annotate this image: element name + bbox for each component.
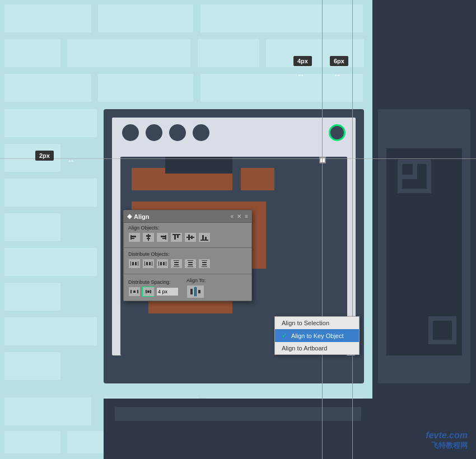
measure-label-2px: 2px: [35, 151, 54, 161]
align-right-btn[interactable]: [156, 232, 169, 242]
dark-bottom: [104, 399, 372, 459]
svg-rect-40: [202, 262, 207, 263]
watermark-chinese: 飞特教程网: [426, 441, 468, 451]
spacing-input-wrap: 4 px: [156, 287, 179, 297]
svg-rect-2: [132, 238, 134, 239]
svg-rect-38: [202, 260, 207, 261]
tile-l3: [4, 179, 97, 207]
tile-l5: [4, 248, 97, 276]
align-to-selection-item[interactable]: Align to Selection: [275, 317, 359, 329]
svg-rect-30: [174, 260, 179, 261]
dist-left-btn[interactable]: [128, 259, 141, 269]
svg-rect-31: [174, 266, 179, 267]
tile-r1-c1: [4, 4, 91, 32]
align-center-h-btn[interactable]: [142, 232, 155, 242]
align-objects-section: Align Objects:: [124, 223, 251, 246]
svg-rect-23: [152, 261, 152, 266]
align-bottom-btn[interactable]: [198, 232, 211, 242]
tile-l7: [4, 317, 97, 345]
monitor-dot-green: [329, 124, 346, 141]
spacing-value-input[interactable]: 4 px: [156, 287, 179, 296]
monitor-dot-1: [122, 124, 139, 141]
align-to-key-object-item[interactable]: ✓ Align to Key Object: [275, 329, 359, 342]
dist-right-btn[interactable]: [156, 259, 169, 269]
align-panel-controls[interactable]: « ✕ ≡: [231, 213, 248, 219]
watermark-english: fevte.com: [426, 430, 468, 441]
checkmark-icon: ✓: [282, 332, 287, 339]
monitor-dot-4: [193, 124, 209, 141]
distribute-spacing-row: Distribute Spacing: 4 px Align To:: [124, 275, 251, 301]
svg-rect-9: [172, 234, 180, 235]
watermark: fevte.com 飞特教程网: [426, 430, 468, 451]
dist-bottom-btn[interactable]: [198, 259, 211, 269]
tile-l6: [4, 283, 60, 311]
rust-rect-2: [241, 168, 274, 190]
svg-rect-15: [200, 240, 208, 241]
tile-l8: [4, 352, 60, 380]
monitor-dot-3: [169, 124, 186, 141]
tile-r3-c2: [98, 74, 193, 102]
tile-r2-c3: [198, 39, 259, 67]
dist-spacing-h-btn[interactable]: [128, 287, 141, 297]
tile-r1-c2: [98, 4, 193, 32]
svg-rect-1: [132, 236, 136, 237]
svg-rect-28: [160, 262, 162, 265]
align-panel-header: ◈ Align « ✕ ≡: [124, 210, 251, 223]
divider-1: [124, 247, 251, 248]
dark-screen: [386, 148, 462, 355]
svg-rect-34: [188, 260, 193, 261]
panel-close-btn[interactable]: ✕: [237, 213, 241, 219]
align-left-btn[interactable]: [128, 232, 141, 242]
align-objects-row: [128, 232, 247, 242]
panel-collapse-btn[interactable]: «: [231, 213, 234, 219]
svg-rect-4: [146, 235, 151, 237]
svg-rect-39: [202, 266, 207, 267]
divider-2: [124, 274, 251, 274]
svg-rect-13: [188, 235, 190, 240]
monitor-dot-green-inner: [334, 130, 340, 135]
selection-handle: [319, 157, 326, 163]
tile-r2-c4: [266, 39, 364, 67]
dist-center-btn[interactable]: [142, 259, 155, 269]
measure-arrow-6px: ↔: [333, 71, 341, 79]
svg-rect-41: [202, 264, 207, 265]
align-title-text: Align: [134, 213, 150, 220]
monitor-dot-2: [146, 124, 162, 141]
svg-rect-6: [165, 235, 166, 240]
svg-rect-18: [130, 261, 131, 266]
tile-b1: [4, 397, 91, 425]
align-to-key-object-label: Align to Key Object: [291, 332, 344, 339]
svg-rect-21: [135, 262, 137, 265]
tile-r3-c1: [4, 74, 91, 102]
align-panel-title: ◈ Align: [127, 213, 150, 220]
guide-line-v2: [352, 0, 353, 459]
align-middle-v-btn[interactable]: [184, 232, 197, 242]
svg-rect-10: [174, 235, 176, 240]
svg-rect-27: [166, 261, 166, 266]
svg-rect-26: [158, 261, 159, 266]
dist-top-btn[interactable]: [170, 259, 183, 269]
align-to-icon-btn[interactable]: [186, 285, 204, 298]
align-to-selection-label: Align to Selection: [282, 320, 329, 326]
svg-rect-5: [147, 238, 150, 239]
panel-menu-btn[interactable]: ≡: [245, 213, 248, 219]
svg-rect-17: [205, 237, 207, 240]
align-to-dropdown-btn[interactable]: [186, 285, 206, 298]
dist-spacing-active-btn[interactable]: [142, 287, 155, 297]
align-top-btn[interactable]: [170, 232, 183, 242]
svg-rect-7: [161, 236, 165, 237]
distribute-objects-section: Distribute Objects:: [124, 249, 251, 273]
align-to-artboard-item[interactable]: Align to Artboard: [275, 342, 359, 354]
dist-middle-btn[interactable]: [184, 259, 197, 269]
measure-label-4px: 4px: [293, 56, 312, 66]
svg-rect-8: [162, 238, 165, 239]
svg-rect-36: [188, 262, 193, 263]
monitor-top-bar: [112, 118, 356, 148]
measure-arrow-4px: ↔: [297, 71, 305, 79]
svg-rect-47: [147, 291, 150, 293]
bg-right-dark: [372, 0, 476, 459]
svg-rect-45: [146, 290, 147, 293]
dist-spacing-section: Distribute Spacing: 4 px: [128, 279, 179, 297]
svg-rect-0: [130, 235, 132, 240]
svg-rect-12: [186, 237, 194, 238]
